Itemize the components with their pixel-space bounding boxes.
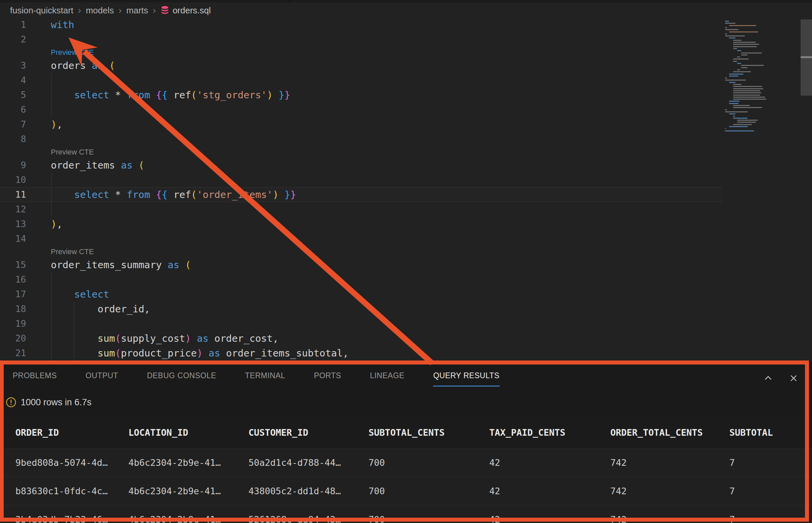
- code-line-21[interactable]: 21 sum(product_price) as order_items_sub…: [0, 346, 812, 360]
- table-cell: 9bed808a-5074-4d…: [15, 457, 128, 468]
- table-cell: 742: [610, 486, 729, 496]
- preview-cte-lens[interactable]: Preview CTE: [51, 47, 94, 58]
- code-line-10[interactable]: 10: [0, 173, 812, 187]
- close-icon[interactable]: [789, 373, 799, 383]
- code-line-6[interactable]: 6: [0, 102, 812, 117]
- line-number: 21: [0, 346, 26, 360]
- code-line-20[interactable]: 20 sum(supply_cost) as order_cost,: [0, 331, 812, 346]
- minimap-line: [733, 97, 765, 98]
- preview-cte-lens[interactable]: Preview CTE: [51, 246, 94, 257]
- column-header-order_total_cents[interactable]: ORDER_TOTAL_CENTS: [610, 427, 729, 438]
- panel-tab-ports[interactable]: PORTS: [314, 371, 341, 386]
- code-line-13[interactable]: 13),: [0, 217, 812, 231]
- code-line-14[interactable]: 14: [0, 231, 812, 246]
- table-cell: 742: [610, 514, 729, 523]
- breadcrumb-separator: ›: [153, 5, 156, 16]
- line-number: 1: [0, 17, 26, 32]
- column-header-location_id[interactable]: LOCATION_ID: [128, 427, 249, 438]
- column-header-order_id[interactable]: ORDER_ID: [15, 427, 128, 438]
- table-cell: 42: [489, 457, 610, 468]
- code-text: select: [51, 287, 109, 302]
- code-line-4[interactable]: 4: [0, 73, 812, 88]
- breadcrumb-item-file[interactable]: orders.sql: [161, 5, 211, 16]
- minimap-line: [733, 46, 757, 47]
- panel-tab-problems[interactable]: PROBLEMS: [13, 371, 57, 386]
- line-number: 4: [0, 73, 26, 88]
- code-text: select * from {{ ref('stg_orders') }}: [51, 88, 290, 102]
- code-text: sum(product_price) as order_items_subtot…: [51, 346, 349, 360]
- scrollbar-notch: [801, 56, 812, 58]
- code-line-15[interactable]: 15order_items_summary as (: [0, 257, 812, 272]
- minimap-line: [737, 122, 756, 123]
- table-cell: 4b6c2304-2b9e-41…: [128, 514, 249, 523]
- code-line-18[interactable]: 18 order_id,: [0, 302, 812, 316]
- code-line-1[interactable]: 1with: [0, 17, 812, 32]
- breadcrumb-item-project[interactable]: fusion-quickstart: [10, 5, 73, 16]
- minimap-line: [737, 56, 740, 57]
- minimap-line: [733, 58, 749, 59]
- minimap-line: [725, 21, 729, 22]
- minimap-line: [729, 103, 738, 104]
- code-text: ),: [51, 217, 62, 231]
- minimap-line: [737, 63, 741, 64]
- code-line-9[interactable]: 9order_items as (: [0, 158, 812, 173]
- table-cell: 742: [610, 457, 729, 468]
- code-line-7[interactable]: 7),: [0, 117, 812, 132]
- column-header-tax_paid_cents[interactable]: TAX_PAID_CENTS: [489, 427, 610, 438]
- line-number: 11: [0, 187, 26, 202]
- minimap-line: [733, 48, 737, 49]
- code-text: orders as (: [51, 58, 115, 73]
- panel-tab-debug-console[interactable]: DEBUG CONSOLE: [147, 371, 216, 386]
- table-row-3[interactable]: 3b4a03db-7b23-46…4b6c2304-2b9e-41…526126…: [0, 505, 812, 523]
- code-editor[interactable]: 1with2Preview CTE3orders as (45 select *…: [0, 17, 812, 360]
- panel-tab-terminal[interactable]: TERMINAL: [245, 371, 285, 386]
- preview-cte-lens[interactable]: Preview CTE: [51, 146, 94, 158]
- column-header-customer_id[interactable]: CUSTOMER_ID: [249, 427, 368, 438]
- table-cell: 5261268c-aa94-43…: [249, 514, 368, 523]
- minimap[interactable]: [722, 17, 800, 360]
- line-number: 6: [0, 102, 26, 117]
- code-line-16[interactable]: 16: [0, 272, 812, 287]
- line-number: 9: [0, 158, 26, 173]
- code-line-17[interactable]: 17 select: [0, 287, 812, 302]
- table-cell: 7: [729, 514, 812, 523]
- panel-tab-lineage[interactable]: LINEAGE: [370, 371, 404, 386]
- code-text: order_items as (: [51, 158, 144, 173]
- minimap-line: [741, 67, 747, 68]
- chevron-up-icon[interactable]: [763, 373, 773, 383]
- line-number: 3: [0, 58, 26, 73]
- code-line-5[interactable]: 5 select * from {{ ref('stg_orders') }}: [0, 88, 812, 102]
- code-line-11[interactable]: 11 select * from {{ ref('order_items') }…: [0, 187, 812, 202]
- minimap-line: [733, 84, 741, 85]
- code-line-12[interactable]: 12: [0, 202, 812, 217]
- table-cell: 700: [368, 457, 489, 468]
- breadcrumb-item-marts[interactable]: marts: [126, 5, 148, 16]
- gutter: [0, 246, 26, 257]
- table-cell: 7: [729, 457, 812, 468]
- panel-tab-output[interactable]: OUTPUT: [86, 371, 119, 386]
- line-number: 20: [0, 331, 26, 346]
- panel-tab-query-results[interactable]: QUERY RESULTS: [433, 371, 499, 386]
- column-header-subtotal[interactable]: SUBTOTAL: [729, 427, 812, 438]
- bottom-panel: PROBLEMSOUTPUTDEBUG CONSOLETERMINALPORTS…: [0, 360, 812, 523]
- minimap-line: [725, 35, 745, 36]
- editor-scrollbar[interactable]: [801, 17, 812, 360]
- code-line-2[interactable]: 2: [0, 32, 812, 47]
- table-cell: b83630c1-0fdc-4c…: [15, 486, 128, 496]
- code-line-3[interactable]: 3orders as (: [0, 58, 812, 73]
- minimap-line: [725, 77, 727, 78]
- breadcrumb-item-models[interactable]: models: [86, 5, 114, 16]
- indent-guide: [74, 302, 74, 360]
- code-line-8[interactable]: 8: [0, 132, 812, 146]
- minimap-line: [725, 23, 735, 24]
- column-header-subtotal_cents[interactable]: SUBTOTAL_CENTS: [368, 427, 489, 438]
- code-line-19[interactable]: 19: [0, 316, 812, 331]
- table-cell: 700: [368, 486, 489, 496]
- code-text: sum(supply_cost) as order_cost,: [51, 331, 278, 346]
- minimap-line: [733, 44, 759, 45]
- database-icon: [161, 6, 169, 15]
- table-row-2[interactable]: b83630c1-0fdc-4c…4b6c2304-2b9e-41…438005…: [0, 476, 812, 505]
- table-row-1[interactable]: 9bed808a-5074-4d…4b6c2304-2b9e-41…50a2d1…: [0, 448, 812, 476]
- table-cell: 42: [489, 486, 610, 496]
- minimap-line: [733, 92, 761, 93]
